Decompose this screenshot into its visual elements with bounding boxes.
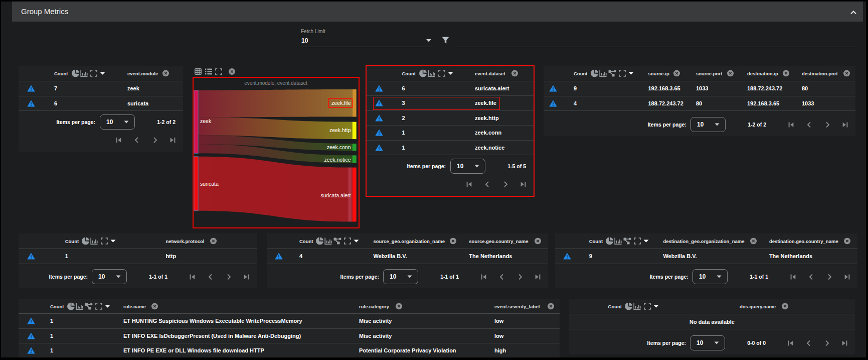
svg-text:zeek.file: zeek.file bbox=[331, 100, 351, 106]
svg-text:zeek.notice: zeek.notice bbox=[324, 157, 351, 163]
svg-text:event.module, event.dataset: event.module, event.dataset bbox=[244, 80, 307, 86]
svg-text:zeek.http: zeek.http bbox=[329, 127, 351, 133]
svg-text:suricata: suricata bbox=[200, 181, 219, 187]
svg-text:zeek: zeek bbox=[200, 118, 212, 124]
svg-text:zeek.conn: zeek.conn bbox=[327, 144, 351, 150]
svg-text:suricata.alert: suricata.alert bbox=[320, 192, 351, 198]
